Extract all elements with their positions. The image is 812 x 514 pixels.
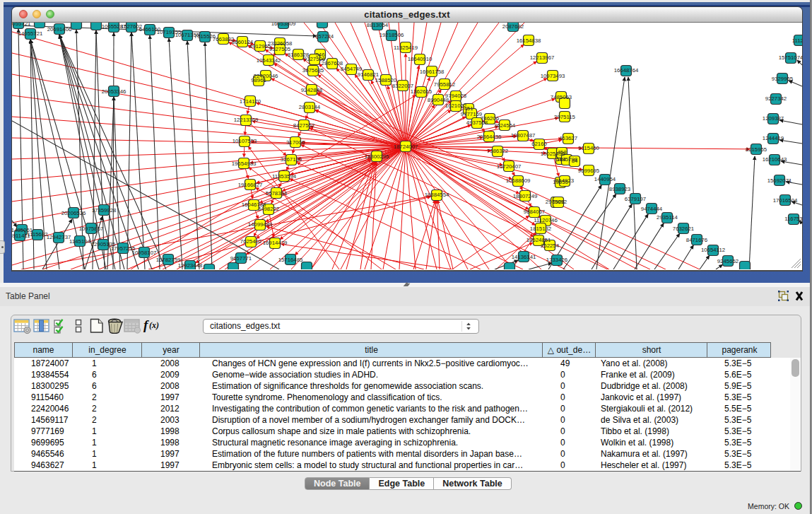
svg-text:654923: 654923 [555,177,574,184]
svg-text:11325419: 11325419 [394,45,418,51]
svg-text:18300295: 18300295 [365,153,389,160]
svg-text:3267130: 3267130 [281,156,302,163]
svg-text:19218506: 19218506 [379,32,404,38]
svg-text:6379197: 6379197 [625,196,646,202]
svg-text:12213369: 12213369 [234,117,259,123]
svg-text:116753: 116753 [784,216,802,222]
svg-text:16961758: 16961758 [420,69,445,75]
svg-text:746206: 746206 [481,115,499,122]
svg-text:3675685: 3675685 [302,67,324,74]
svg-text:2803144: 2803144 [299,104,321,110]
svg-text:1440954: 1440954 [594,176,616,182]
svg-text:12942737: 12942737 [47,234,71,240]
svg-text:9242848: 9242848 [301,87,322,93]
svg-text:14099489: 14099489 [248,221,273,228]
svg-text:9474444: 9474444 [641,206,663,212]
svg-text:10975867: 10975867 [79,226,104,232]
svg-text:463627: 463627 [559,135,577,141]
svg-text:1733426: 1733426 [546,257,567,263]
svg-text:10688609: 10688609 [506,177,531,184]
svg-text:20206526: 20206526 [61,210,86,216]
svg-text:8938923: 8938923 [609,186,630,192]
svg-text:18807249: 18807249 [513,193,538,199]
svg-text:9115460: 9115460 [578,145,599,151]
svg-text:9884067: 9884067 [524,209,545,215]
svg-text:7632621: 7632621 [673,226,694,232]
svg-text:11120746: 11120746 [534,217,558,223]
svg-text:20053346: 20053346 [102,88,126,95]
svg-text:317006: 317006 [286,139,305,146]
svg-text:1244419: 1244419 [763,135,784,141]
svg-text:252254: 252254 [541,243,560,249]
svg-text:9657771: 9657771 [230,255,252,262]
svg-text:11353594: 11353594 [272,173,297,180]
svg-text:2867608: 2867608 [322,60,343,66]
svg-text:1115682: 1115682 [27,231,47,238]
svg-text:1145194: 1145194 [69,238,90,245]
svg-text:5678334: 5678334 [266,190,288,197]
svg-text:9794028: 9794028 [445,93,466,99]
svg-text:f: f [143,317,149,332]
svg-text:15751074: 15751074 [779,54,802,61]
svg-text:1209387: 1209387 [763,115,784,122]
svg-text:17016504: 17016504 [773,197,798,204]
svg-text:98961: 98961 [251,77,266,83]
svg-text:(x): (x) [149,320,159,330]
svg-text:10654112: 10654112 [701,247,725,253]
svg-text:18640910: 18640910 [408,56,433,62]
svg-text:15720407: 15720407 [497,163,522,170]
svg-text:8471676: 8471676 [686,237,707,243]
svg-text:7357224: 7357224 [312,33,334,40]
svg-text:62160: 62160 [531,141,547,147]
svg-text:7625402: 7625402 [240,238,261,245]
svg-text:9329965: 9329965 [772,76,794,82]
svg-text:9227342: 9227342 [765,95,787,102]
svg-text:19654983: 19654983 [232,160,257,167]
svg-text:7955812: 7955812 [434,81,455,88]
svg-text:10973493: 10973493 [541,73,565,79]
svg-text:16914479: 16914479 [263,240,288,246]
svg-text:19384554: 19384554 [425,192,449,198]
svg-text:12213967: 12213967 [530,54,555,61]
svg-text:17359928: 17359928 [92,207,117,214]
svg-text:1815132: 1815132 [530,226,551,232]
svg-text:458: 458 [557,149,566,156]
svg-text:16154838: 16154838 [517,37,541,44]
svg-text:10543342: 10543342 [257,57,281,64]
svg-text:3498222: 3498222 [258,206,279,212]
svg-text:14136141: 14136141 [512,254,536,260]
svg-text:9245652: 9245652 [717,258,739,264]
svg-text:6928: 6928 [552,199,564,205]
svg-text:7485063: 7485063 [551,94,572,100]
svg-text:8215955: 8215955 [746,146,767,153]
svg-text:19166827: 19166827 [238,182,263,188]
svg-text:3624554: 3624554 [494,122,516,129]
svg-text:10107553: 10107553 [233,138,257,144]
svg-text:9777169: 9777169 [461,111,482,117]
svg-text:14055721: 14055721 [18,30,43,37]
svg-text:16053809: 16053809 [271,23,296,27]
svg-text:18724007: 18724007 [394,144,418,150]
svg-text:8813054: 8813054 [367,23,389,28]
svg-text:11124: 11124 [792,37,802,44]
svg-text:2935114: 2935114 [657,214,678,221]
svg-text:7663822: 7663822 [213,36,234,42]
svg-text:1362615: 1362615 [411,88,433,95]
svg-text:9699695: 9699695 [578,168,600,174]
svg-text:15716485: 15716485 [278,257,303,263]
svg-text:16210643: 16210643 [763,156,787,163]
svg-text:2087682: 2087682 [502,23,524,30]
svg-text:1714170: 1714170 [240,98,261,105]
svg-text:10807487: 10807487 [511,132,536,139]
svg-text:8427552: 8427552 [293,122,314,129]
svg-text:16648764: 16648764 [614,67,639,74]
svg-text:20364436: 20364436 [477,134,502,140]
svg-text:10958107: 10958107 [132,250,157,256]
svg-text:15692071: 15692071 [767,177,792,184]
svg-text:7386322: 7386322 [487,148,508,154]
svg-text:20691406: 20691406 [47,26,72,33]
svg-text:12923448: 12923448 [178,262,203,269]
svg-text:16782759: 16782759 [156,257,181,263]
svg-text:14055721: 14055721 [12,23,30,27]
svg-text:84: 84 [572,158,578,164]
